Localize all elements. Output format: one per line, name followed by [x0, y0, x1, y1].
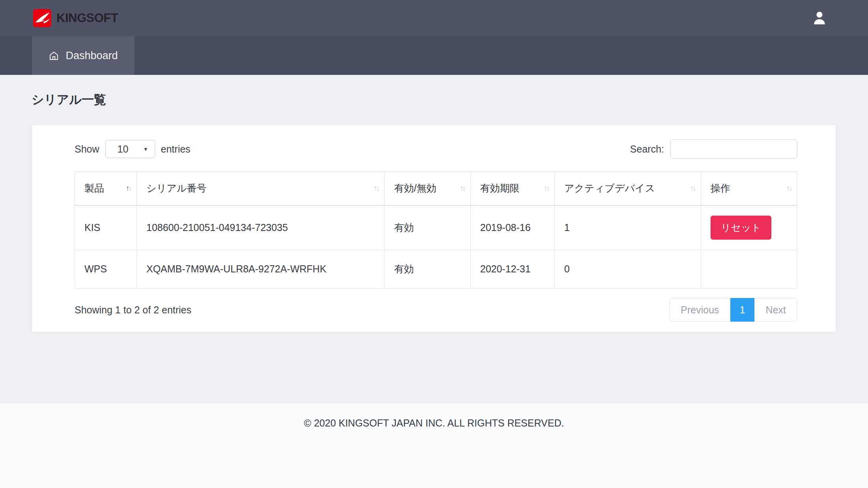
top-header: KINGSOFT [0, 0, 868, 36]
action-cell: リセット [701, 205, 797, 250]
sort-desc-icon: ↓ [789, 184, 792, 192]
expiry-cell: 2019-08-16 [471, 205, 555, 250]
serial-cell: XQAMB-7M9WA-ULR8A-9272A-WRFHK [137, 250, 385, 289]
table-header-row: 製品 ↑↓ シリアル番号 ↑↓ 有効/無効 ↑↓ 有効期限 [75, 172, 797, 205]
brand-name: KINGSOFT [56, 11, 118, 25]
column-header-expiry[interactable]: 有効期限 ↑↓ [471, 172, 555, 205]
product-cell: WPS [75, 250, 137, 289]
sort-icons: ↑↓ [544, 184, 549, 193]
column-header-label: アクティブデバイス [564, 183, 655, 194]
column-header-label: 製品 [84, 183, 104, 194]
copyright-text: © 2020 KINGSOFT JAPAN INC. ALL RIGHTS RE… [304, 417, 564, 428]
user-menu-button[interactable] [811, 10, 828, 26]
next-page-button[interactable]: Next [754, 298, 797, 322]
search-input[interactable] [670, 140, 797, 158]
table-row: KIS 108600-210051-049134-723035 有効 2019-… [75, 205, 797, 250]
column-header-label: 有効/無効 [394, 183, 436, 194]
serial-list-card: Show 10 ▼ entries Search: [32, 125, 836, 332]
sort-desc-icon: ↓ [693, 184, 696, 192]
expiry-cell: 2020-12-31 [471, 250, 555, 289]
status-cell: 有効 [385, 205, 471, 250]
kingsoft-logo-icon [33, 9, 51, 27]
status-cell: 有効 [385, 250, 471, 289]
page-length-control: Show 10 ▼ entries [75, 140, 191, 158]
column-header-label: 操作 [711, 183, 730, 194]
column-header-serial[interactable]: シリアル番号 ↑↓ [137, 172, 385, 205]
show-label: Show [75, 143, 99, 155]
table-footer: Showing 1 to 2 of 2 entries Previous 1 N… [75, 298, 797, 322]
page-length-select[interactable]: 10 ▼ [105, 140, 155, 158]
sort-icons: ↑↓ [460, 184, 465, 193]
nav-tab-dashboard[interactable]: Dashboard [32, 36, 135, 75]
table-controls: Show 10 ▼ entries Search: [75, 137, 797, 161]
sort-desc-icon: ↓ [129, 184, 131, 192]
column-header-devices[interactable]: アクティブデバイス ↑↓ [555, 172, 701, 205]
sort-icons: ↑↓ [374, 184, 379, 193]
sort-icons: ↑↓ [126, 184, 131, 193]
user-icon [811, 10, 828, 26]
sort-desc-icon: ↓ [376, 184, 379, 192]
sort-desc-icon: ↓ [546, 184, 549, 192]
search-control: Search: [630, 140, 797, 158]
page-1-button[interactable]: 1 [730, 298, 755, 322]
sort-desc-icon: ↓ [462, 184, 465, 192]
caret-down-icon: ▼ [143, 146, 148, 152]
table-row: WPS XQAMB-7M9WA-ULR8A-9272A-WRFHK 有効 202… [75, 250, 797, 289]
search-label: Search: [630, 143, 664, 155]
serial-cell: 108600-210051-049134-723035 [137, 205, 385, 250]
sort-icons: ↑↓ [690, 184, 695, 193]
page-length-value: 10 [118, 143, 129, 155]
pagination: Previous 1 Next [669, 298, 797, 322]
devices-cell: 1 [555, 205, 701, 250]
column-header-product[interactable]: 製品 ↑↓ [75, 172, 137, 205]
home-icon [49, 50, 59, 61]
app-root: KINGSOFT Dashboard シリアル一覧 Show [0, 0, 868, 488]
column-header-label: 有効期限 [480, 183, 520, 194]
reset-button[interactable]: リセット [711, 216, 771, 240]
main-content: シリアル一覧 Show 10 ▼ entries Search: [0, 75, 868, 332]
table-info: Showing 1 to 2 of 2 entries [75, 304, 191, 316]
previous-page-button[interactable]: Previous [669, 298, 730, 322]
serial-table: 製品 ↑↓ シリアル番号 ↑↓ 有効/無効 ↑↓ 有効期限 [75, 171, 797, 289]
action-cell-empty [701, 250, 797, 289]
nav-bar: Dashboard [0, 36, 868, 75]
column-header-status[interactable]: 有効/無効 ↑↓ [385, 172, 471, 205]
product-cell: KIS [75, 205, 137, 250]
page-footer: © 2020 KINGSOFT JAPAN INC. ALL RIGHTS RE… [0, 403, 868, 488]
devices-cell: 0 [555, 250, 701, 289]
nav-tab-label: Dashboard [65, 50, 118, 62]
entries-label: entries [161, 143, 191, 155]
brand[interactable]: KINGSOFT [33, 9, 118, 27]
page-title: シリアル一覧 [32, 91, 836, 108]
sort-icons: ↑↓ [786, 184, 791, 193]
column-header-label: シリアル番号 [146, 183, 206, 194]
column-header-actions[interactable]: 操作 ↑↓ [701, 172, 797, 205]
